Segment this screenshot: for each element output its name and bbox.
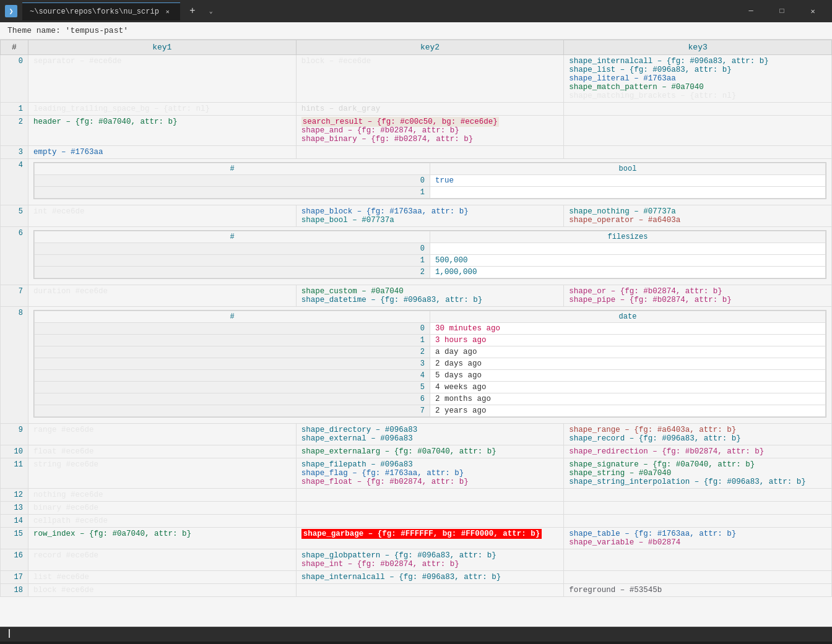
row-key1: nothing #ece6de: [28, 489, 297, 502]
row-key1: empty – #1763aa: [28, 146, 297, 159]
table-row: 4 #bool 0true 1: [1, 159, 832, 205]
table-container[interactable]: # key1 key2 key3 0 separator – #ece6de b…: [0, 40, 832, 627]
row-key1-nested: #bool 0true 1: [28, 159, 832, 205]
table-row: 6 #filesizes 0 1500,000 21,000,000: [1, 227, 832, 285]
row-num: 14: [1, 515, 28, 528]
row-key2: shape_block – {fg: #1763aa, attr: b} sha…: [296, 205, 564, 227]
row-key3: [564, 571, 832, 584]
row-num: 6: [1, 227, 28, 285]
row-key1: header – {fg: #0a7040, attr: b}: [28, 116, 297, 146]
row-key3: shape_table – {fg: #1763aa, attr: b} sha…: [564, 528, 832, 549]
garbage-highlight: shape_garbage – {fg: #FFFFFF, bg: #FF000…: [301, 529, 542, 539]
row-key2: hints – dark_gray: [296, 103, 564, 116]
tab-active[interactable]: ~\source\repos\forks\nu_scrip ✕: [22, 2, 180, 20]
row-key1: cellpath #ece6de: [28, 515, 297, 528]
row-num: 12: [1, 489, 28, 502]
row-key1: record #ece6de: [28, 549, 297, 571]
table-row: 14 cellpath #ece6de: [1, 515, 832, 528]
row-key3: [564, 489, 832, 502]
row-key1: range #ece6de: [28, 424, 297, 445]
app-icon: ❯: [5, 5, 17, 17]
table-row: 9 range #ece6de shape_directory – #096a8…: [1, 424, 832, 445]
table-header-row: # key1 key2 key3: [1, 40, 832, 55]
row-num: 3: [1, 146, 28, 159]
table-row: 10 float #ece6de shape_externalarg – {fg…: [1, 445, 832, 458]
row-num: 10: [1, 445, 28, 458]
row-key1: float #ece6de: [28, 445, 297, 458]
row-key3: shape_redirection – {fg: #b02874, attr: …: [564, 445, 832, 458]
row-key2: shape_garbage – {fg: #FFFFFF, bg: #FF000…: [296, 528, 564, 549]
row-key3: [564, 146, 832, 159]
table-row: 11 string #ece6de shape_filepath – #096a…: [1, 458, 832, 489]
tab-close-button[interactable]: ✕: [163, 7, 173, 17]
row-key1: string #ece6de: [28, 458, 297, 489]
status-bar: [0, 627, 832, 642]
table-row: 0 separator – #ece6de block – #ece6de sh…: [1, 55, 832, 103]
table-row: 17 list #ece6de shape_internalcall – {fg…: [1, 571, 832, 584]
row-key1: separator – #ece6de: [28, 55, 297, 103]
table-row: 2 header – {fg: #0a7040, attr: b} search…: [1, 116, 832, 146]
row-key1: row_index – {fg: #0a7040, attr: b}: [28, 528, 297, 549]
row-key1: leading_trailing_space_bg – {attr: nl}: [28, 103, 297, 116]
row-key2: shape_globpattern – {fg: #096a83, attr: …: [296, 549, 564, 571]
row-key3: foreground – #53545b: [564, 584, 832, 597]
theme-name-text: Theme name: 'tempus-past': [7, 26, 128, 35]
table-row: 12 nothing #ece6de: [1, 489, 832, 502]
row-key3: [564, 103, 832, 116]
row-num: 18: [1, 584, 28, 597]
row-num: 15: [1, 528, 28, 549]
row-key2: shape_externalarg – {fg: #0a7040, attr: …: [296, 445, 564, 458]
row-key2: shape_custom – #0a7040 shape_datetime – …: [296, 285, 564, 307]
table-row: 18 block #ece6de foreground – #53545b: [1, 584, 832, 597]
col-header-index: #: [1, 40, 28, 55]
row-num: 0: [1, 55, 28, 103]
row-key1: binary #ece6de: [28, 502, 297, 515]
table-row: 1 leading_trailing_space_bg – {attr: nl}…: [1, 103, 832, 116]
row-key3: shape_signature – {fg: #0a7040, attr: b}…: [564, 458, 832, 489]
row-key1: list #ece6de: [28, 571, 297, 584]
table-row: 8 #date 030 minutes ago 13 hours ago 2a …: [1, 307, 832, 424]
row-num: 4: [1, 159, 28, 205]
row-key2: [296, 502, 564, 515]
row-num: 5: [1, 205, 28, 227]
row-key3: shape_or – {fg: #b02874, attr: b} shape_…: [564, 285, 832, 307]
new-tab-button[interactable]: +: [185, 4, 200, 19]
row-key2: search_result – {fg: #c00c50, bg: #ece6d…: [296, 116, 564, 146]
titlebar: ❯ ~\source\repos\forks\nu_scrip ✕ + ⌄ ─ …: [0, 0, 832, 22]
row-key1: duration #ece6de: [28, 285, 297, 307]
cursor-indicator: [7, 629, 10, 640]
minimize-button[interactable]: ─: [737, 0, 765, 22]
row-num: 2: [1, 116, 28, 146]
close-button[interactable]: ✕: [799, 0, 827, 22]
table-row: 7 duration #ece6de shape_custom – #0a704…: [1, 285, 832, 307]
row-num: 17: [1, 571, 28, 584]
data-table: # key1 key2 key3 0 separator – #ece6de b…: [0, 40, 832, 597]
col-header-key3: key3: [564, 40, 832, 55]
row-key1-nested: #date 030 minutes ago 13 hours ago 2a da…: [28, 307, 832, 424]
table-row: 15 row_index – {fg: #0a7040, attr: b} sh…: [1, 528, 832, 549]
row-key3: [564, 116, 832, 146]
row-key2: shape_directory – #096a83 shape_external…: [296, 424, 564, 445]
row-num: 1: [1, 103, 28, 116]
tab-label: ~\source\repos\forks\nu_scrip: [30, 7, 159, 16]
row-num: 7: [1, 285, 28, 307]
table-row: 5 int #ece6de shape_block – {fg: #1763aa…: [1, 205, 832, 227]
row-key2: [296, 146, 564, 159]
row-num: 8: [1, 307, 28, 424]
theme-line: Theme name: 'tempus-past': [0, 22, 832, 40]
row-num: 13: [1, 502, 28, 515]
row-key3: [564, 515, 832, 528]
table-row: 3 empty – #1763aa: [1, 146, 832, 159]
col-header-key1: key1: [28, 40, 297, 55]
row-num: 11: [1, 458, 28, 489]
row-key3: shape_range – {fg: #a6403a, attr: b} sha…: [564, 424, 832, 445]
table-row: 13 binary #ece6de: [1, 502, 832, 515]
row-key3: [564, 502, 832, 515]
nested-table-filesizes: #filesizes 0 1500,000 21,000,000: [33, 230, 826, 279]
row-num: 16: [1, 549, 28, 571]
tab-dropdown-button[interactable]: ⌄: [205, 5, 217, 17]
row-key3: shape_internalcall – {fg: #096a83, attr:…: [564, 55, 832, 103]
col-header-key2: key2: [296, 40, 564, 55]
maximize-button[interactable]: □: [768, 0, 796, 22]
row-key2: [296, 584, 564, 597]
